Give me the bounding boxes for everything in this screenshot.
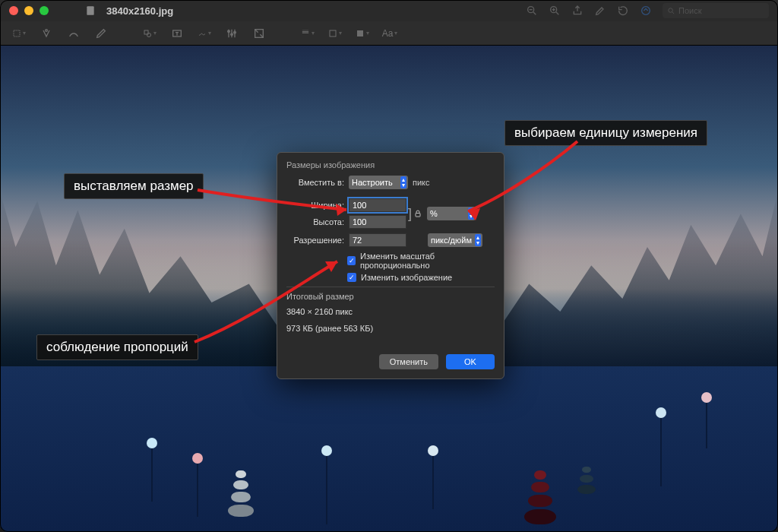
zoom-in-icon[interactable] xyxy=(549,5,561,17)
unit-select[interactable]: % ▴▾ xyxy=(427,207,476,220)
instant-alpha-tool[interactable] xyxy=(40,27,53,40)
fit-label: Вместить в: xyxy=(286,178,344,187)
svg-rect-0 xyxy=(87,6,93,15)
svg-point-14 xyxy=(147,33,151,36)
fit-select[interactable]: Настроить ▴▾ xyxy=(349,176,408,189)
scale-proportional-checkbox[interactable]: ✓ xyxy=(347,256,356,265)
search-input[interactable]: Поиск xyxy=(663,3,769,18)
traffic-lights xyxy=(9,6,49,15)
markup-icon[interactable] xyxy=(640,5,652,17)
svg-rect-26 xyxy=(330,30,336,36)
dialog-title: Размеры изображения xyxy=(286,160,495,169)
result-title: Итоговый размер xyxy=(286,292,495,301)
svg-point-21 xyxy=(234,31,236,33)
annotation-set-size: выставляем размер xyxy=(64,173,204,199)
fill-color-tool[interactable]: ▾ xyxy=(356,27,369,40)
search-placeholder: Поиск xyxy=(678,6,701,15)
sketch-tool[interactable] xyxy=(94,27,108,40)
svg-rect-27 xyxy=(357,30,363,36)
decor-cairn xyxy=(524,470,556,524)
svg-line-5 xyxy=(556,12,558,14)
decor-cairn xyxy=(228,470,254,517)
ok-button[interactable]: OK xyxy=(446,354,495,369)
fit-select-value: Настроить xyxy=(352,178,393,187)
svg-point-9 xyxy=(669,8,673,12)
unit-select-value: % xyxy=(430,209,438,218)
window-close-button[interactable] xyxy=(9,6,18,15)
zoom-out-icon[interactable] xyxy=(526,5,538,17)
draw-tool[interactable] xyxy=(67,27,81,40)
window-maximize-button[interactable] xyxy=(40,6,49,15)
resolution-unit-value: пикс/дюйм xyxy=(431,236,472,245)
annotation-keep-proportions: соблюдение пропорций xyxy=(36,334,198,360)
link-bracket: ] xyxy=(406,209,413,218)
markup-toolbar: ▾ ▾ ▾ ▾ ▾ ▾ Aa▾ xyxy=(0,21,778,46)
svg-point-19 xyxy=(228,30,230,33)
decor-flower xyxy=(425,450,441,509)
decor-flower xyxy=(144,442,160,502)
scale-proportional-label: Изменить масштаб пропорционально xyxy=(360,252,495,270)
fit-unit-suffix: пикс xyxy=(413,178,430,187)
cancel-button[interactable]: Отменить xyxy=(379,354,438,369)
svg-point-12 xyxy=(46,29,48,31)
stroke-color-tool[interactable]: ▾ xyxy=(328,27,342,40)
image-size-dialog: Размеры изображения Вместить в: Настроит… xyxy=(277,152,504,379)
resolution-input[interactable] xyxy=(349,233,406,247)
resample-checkbox[interactable]: ✓ xyxy=(347,273,356,282)
svg-point-8 xyxy=(642,7,650,15)
window-minimize-button[interactable] xyxy=(24,6,33,15)
decor-flower xyxy=(190,458,205,517)
rotate-icon[interactable] xyxy=(617,5,629,17)
resolution-label: Разрешение: xyxy=(286,236,344,245)
svg-point-20 xyxy=(231,33,233,36)
adjust-size-tool[interactable] xyxy=(252,27,266,40)
font-tool[interactable]: Aa▾ xyxy=(383,27,397,40)
annotation-choose-unit: выбираем единицу измерения xyxy=(504,120,707,146)
shapes-tool[interactable]: ▾ xyxy=(143,27,157,40)
width-label: Ширина: xyxy=(286,201,344,210)
document-icon xyxy=(85,5,96,16)
adjust-color-tool[interactable] xyxy=(225,27,239,40)
height-label: Высота: xyxy=(286,217,344,226)
selection-tool[interactable]: ▾ xyxy=(12,27,26,40)
width-input[interactable] xyxy=(349,198,406,212)
sign-tool[interactable]: ▾ xyxy=(198,27,211,40)
titlebar: 3840x2160.jpg Поиск xyxy=(0,0,778,21)
decor-cairn xyxy=(577,467,596,494)
decor-flower xyxy=(699,397,714,448)
height-input[interactable] xyxy=(349,215,406,229)
resample-label: Изменить изображение xyxy=(361,273,452,282)
svg-rect-11 xyxy=(14,30,20,36)
line-style-tool[interactable]: ▾ xyxy=(301,27,315,40)
share-icon[interactable] xyxy=(571,5,584,17)
lock-icon[interactable] xyxy=(413,209,422,218)
resolution-unit-select[interactable]: пикс/дюйм ▴▾ xyxy=(428,233,482,247)
decor-flower xyxy=(319,450,334,524)
svg-line-10 xyxy=(672,11,674,13)
decor-flower xyxy=(653,412,669,486)
search-icon xyxy=(667,7,675,15)
edit-icon[interactable] xyxy=(594,5,606,17)
svg-rect-28 xyxy=(416,214,420,217)
window-title: 3840x2160.jpg xyxy=(106,5,173,17)
text-tool[interactable] xyxy=(170,27,184,40)
result-filesize: 973 КБ (ранее 563 КБ) xyxy=(286,324,495,333)
svg-line-2 xyxy=(533,12,536,14)
result-dimensions: 3840 × 2160 пикс xyxy=(286,307,495,316)
